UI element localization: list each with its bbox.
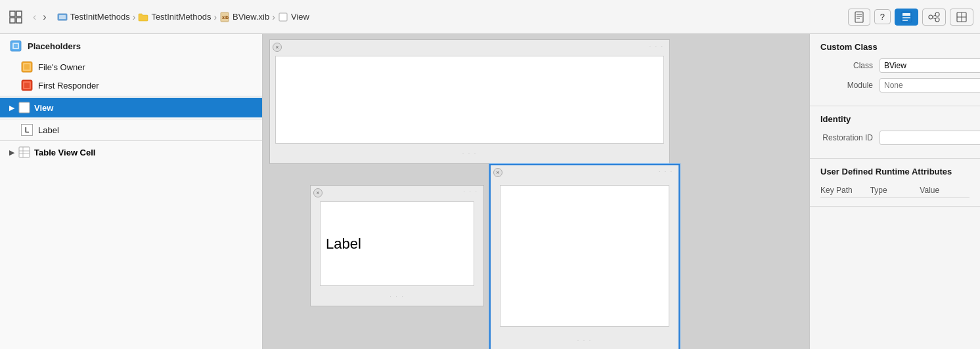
breadcrumb-view[interactable]: View bbox=[278, 12, 309, 22]
connections-button[interactable] bbox=[922, 9, 946, 26]
expand-arrow-table: ▶ bbox=[9, 149, 14, 156]
nav-buttons: ‹ › bbox=[30, 10, 49, 24]
view-label: View bbox=[34, 103, 53, 113]
view-icon bbox=[278, 12, 288, 22]
svg-line-20 bbox=[933, 15, 935, 16]
selected-inner-rect bbox=[500, 185, 669, 327]
toolbar-right: ? bbox=[848, 9, 973, 26]
grid-icon[interactable] bbox=[7, 8, 25, 26]
user-defined-section: User Defined Runtime Attributes Key Path… bbox=[810, 159, 980, 207]
class-input[interactable] bbox=[880, 58, 980, 73]
divider-1 bbox=[0, 96, 262, 96]
breadcrumb: TestInitMethods › TestInitMethods › xib … bbox=[57, 12, 309, 22]
label-item-label: Label bbox=[38, 125, 59, 135]
identity-button[interactable] bbox=[895, 9, 918, 26]
svg-rect-30 bbox=[24, 64, 30, 70]
svg-rect-8 bbox=[279, 13, 287, 21]
custom-class-section: Custom Class Class Module bbox=[810, 34, 980, 106]
first-responder-label: First Responder bbox=[38, 81, 99, 91]
placeholders-header: Placeholders bbox=[0, 34, 262, 58]
canvas: × · · · · · · × · · · Label · · · × · · … bbox=[263, 34, 809, 349]
col-key-path: Key Path bbox=[820, 186, 870, 195]
identity-section: Identity Restoration ID bbox=[810, 106, 980, 159]
top-view: × · · · · · · bbox=[269, 39, 670, 164]
xib-icon: xib bbox=[219, 12, 230, 22]
svg-point-18 bbox=[935, 12, 939, 16]
right-panel: Custom Class Class Module Identity Resto… bbox=[809, 34, 980, 349]
divider-3 bbox=[0, 140, 262, 141]
sidebar-item-label[interactable]: L Label bbox=[0, 121, 262, 139]
attributes-table-header: Key Path Type Value bbox=[820, 183, 969, 198]
svg-rect-3 bbox=[16, 18, 22, 23]
table-cell-icon bbox=[18, 146, 30, 158]
sidebar-item-view[interactable]: ▶ View bbox=[0, 98, 262, 117]
svg-rect-15 bbox=[902, 17, 910, 18]
folder-icon bbox=[138, 12, 148, 22]
close-label-view[interactable]: × bbox=[313, 188, 323, 197]
project-icon bbox=[57, 12, 68, 22]
close-top-view[interactable]: × bbox=[273, 43, 282, 52]
module-row: Module bbox=[820, 78, 969, 92]
module-input[interactable] bbox=[880, 78, 980, 92]
selected-view: × · · · · · · bbox=[489, 164, 680, 349]
custom-class-title: Custom Class bbox=[820, 42, 969, 52]
class-label: Class bbox=[820, 61, 873, 70]
toolbar: ‹ › TestInitMethods › TestInitMethods › … bbox=[0, 0, 980, 34]
svg-rect-16 bbox=[902, 20, 908, 21]
files-owner-icon bbox=[21, 61, 33, 73]
close-selected-view[interactable]: × bbox=[493, 168, 502, 177]
svg-rect-33 bbox=[24, 83, 30, 88]
svg-rect-9 bbox=[855, 12, 863, 22]
placeholders-label: Placeholders bbox=[28, 41, 81, 51]
label-text: Label bbox=[326, 236, 361, 253]
back-button[interactable]: ‹ bbox=[30, 10, 39, 24]
label-inner-rect: Label bbox=[320, 201, 474, 286]
sidebar-item-files-owner[interactable]: File's Owner bbox=[0, 58, 262, 76]
forward-button[interactable]: › bbox=[40, 10, 49, 24]
label-view: × · · · Label · · · bbox=[310, 185, 484, 306]
help-button[interactable]: ? bbox=[874, 9, 891, 24]
restoration-id-label: Restoration ID bbox=[820, 133, 873, 142]
breadcrumb-folder[interactable]: TestInitMethods bbox=[138, 12, 211, 22]
svg-rect-14 bbox=[902, 13, 910, 16]
divider-2 bbox=[0, 119, 262, 119]
sidebar: Placeholders File's Owner First Responde… bbox=[0, 34, 263, 349]
svg-line-21 bbox=[933, 18, 935, 19]
svg-rect-5 bbox=[59, 15, 66, 19]
svg-point-17 bbox=[929, 15, 933, 19]
svg-rect-35 bbox=[19, 147, 30, 157]
class-row: Class bbox=[820, 58, 969, 73]
breadcrumb-project[interactable]: TestInitMethods bbox=[57, 12, 130, 22]
svg-rect-1 bbox=[16, 11, 22, 16]
main-area: Placeholders File's Owner First Responde… bbox=[0, 34, 980, 349]
expand-arrow-view: ▶ bbox=[9, 104, 14, 112]
sidebar-item-table-view-cell[interactable]: ▶ Table View Cell bbox=[0, 142, 262, 162]
files-owner-label: File's Owner bbox=[38, 62, 85, 72]
module-label: Module bbox=[820, 81, 873, 90]
label-item-icon: L bbox=[21, 124, 33, 136]
svg-text:xib: xib bbox=[222, 15, 229, 20]
sidebar-item-first-responder[interactable]: First Responder bbox=[0, 76, 262, 94]
view-item-icon bbox=[18, 102, 30, 113]
restoration-id-row: Restoration ID bbox=[820, 131, 969, 145]
svg-rect-34 bbox=[19, 102, 30, 113]
user-defined-title: User Defined Runtime Attributes bbox=[820, 167, 969, 176]
svg-rect-2 bbox=[10, 18, 15, 23]
svg-rect-0 bbox=[10, 11, 15, 16]
doc-button[interactable] bbox=[848, 9, 870, 26]
table-view-cell-label: Table View Cell bbox=[34, 148, 95, 157]
col-value: Value bbox=[920, 186, 969, 195]
breadcrumb-xib[interactable]: xib BView.xib bbox=[219, 12, 269, 22]
identity-title: Identity bbox=[820, 114, 969, 124]
svg-point-19 bbox=[935, 18, 939, 22]
restoration-id-input[interactable] bbox=[880, 131, 980, 145]
svg-rect-27 bbox=[14, 44, 18, 48]
placeholders-icon bbox=[9, 39, 22, 52]
first-responder-icon bbox=[21, 79, 33, 91]
col-type: Type bbox=[870, 186, 920, 195]
size-button[interactable] bbox=[950, 9, 973, 26]
top-inner-rect bbox=[275, 56, 664, 144]
